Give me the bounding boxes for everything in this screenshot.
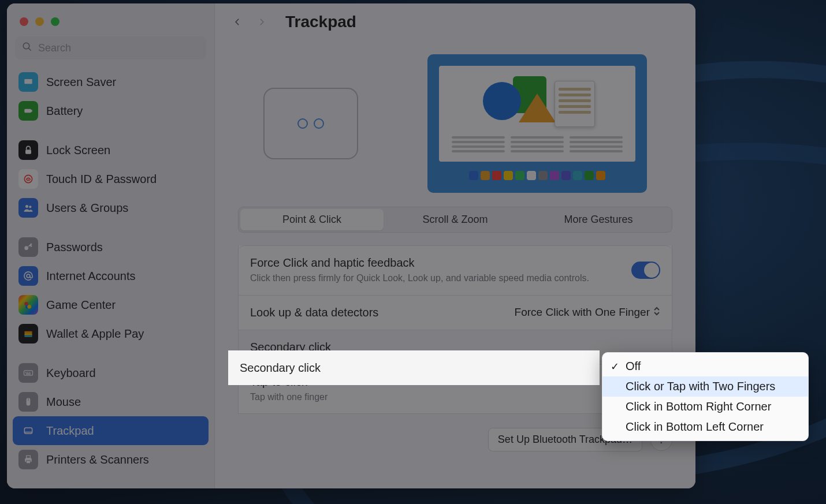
lookup-popup[interactable]: Force Click with One Finger <box>515 306 660 319</box>
trackpad-demo-screen <box>427 54 647 193</box>
svg-point-7 <box>25 205 28 208</box>
svg-point-10 <box>27 274 30 278</box>
at-icon <box>18 266 38 286</box>
sidebar: Screen SaverBatteryLock ScreenTouch ID &… <box>7 3 215 488</box>
search-field[interactable] <box>15 36 206 59</box>
tap-to-click-desc: Tap with one finger <box>250 391 328 404</box>
printer-icon <box>18 450 38 469</box>
tab-scroll-zoom[interactable]: Scroll & Zoom <box>384 209 527 230</box>
sidebar-item-keyboard[interactable]: Keyboard <box>13 359 209 387</box>
back-button[interactable] <box>231 13 244 31</box>
page-title: Trackpad <box>285 13 356 31</box>
force-click-desc: Click then press firmly for Quick Look, … <box>250 272 589 285</box>
users-icon <box>18 198 38 218</box>
sidebar-item-label: Game Center <box>46 298 116 312</box>
svg-rect-29 <box>27 461 31 464</box>
system-settings-window: Screen SaverBatteryLock ScreenTouch ID &… <box>7 3 695 488</box>
secondary-click-menu: ✓OffClick or Tap with Two FingersClick i… <box>602 352 809 441</box>
menu-item-click-or-tap-with-two-fingers[interactable]: Click or Tap with Two Fingers <box>602 376 808 397</box>
svg-rect-15 <box>24 331 32 333</box>
sidebar-item-label: Keyboard <box>46 367 96 380</box>
svg-rect-25 <box>24 428 32 434</box>
tab-more-gestures[interactable]: More Gestures <box>527 209 670 230</box>
sidebar-item-game-center[interactable]: Game Center <box>13 290 209 319</box>
sidebar-item-label: Mouse <box>46 395 81 409</box>
menu-item-off[interactable]: ✓Off <box>602 356 808 376</box>
svg-point-8 <box>29 206 31 208</box>
window-traffic-lights <box>7 12 214 36</box>
settings-tabs: Point & ClickScroll & ZoomMore Gestures <box>238 207 672 233</box>
minimize-window-button[interactable] <box>35 17 44 26</box>
menu-item-click-in-bottom-right-corner[interactable]: Click in Bottom Right Corner <box>602 397 808 417</box>
lookup-label: Look up & data detectors <box>250 306 378 319</box>
sidebar-item-mouse[interactable]: Mouse <box>13 387 209 416</box>
sidebar-item-wallet-apple-pay[interactable]: Wallet & Apple Pay <box>13 319 209 348</box>
svg-line-1 <box>28 48 31 51</box>
svg-rect-4 <box>31 110 32 111</box>
touchid-icon <box>18 169 38 189</box>
chevron-updown-icon <box>653 306 660 319</box>
svg-rect-22 <box>26 374 31 375</box>
key-icon <box>18 237 38 257</box>
screensaver-icon <box>18 72 38 92</box>
svg-rect-20 <box>27 372 28 373</box>
force-click-label: Force Click and haptic feedback <box>250 256 589 270</box>
svg-point-0 <box>23 43 29 49</box>
svg-rect-5 <box>25 150 31 154</box>
svg-point-14 <box>27 305 31 309</box>
sidebar-item-label: Wallet & Apple Pay <box>46 327 144 341</box>
svg-rect-28 <box>27 456 31 458</box>
sidebar-item-label: Users & Groups <box>46 201 128 215</box>
svg-rect-3 <box>24 109 31 113</box>
sidebar-item-printers-scanners[interactable]: Printers & Scanners <box>13 445 209 474</box>
sidebar-item-label: Touch ID & Password <box>46 173 157 186</box>
sidebar-item-battery[interactable]: Battery <box>13 96 209 125</box>
svg-rect-2 <box>24 79 32 84</box>
sidebar-item-label: Printers & Scanners <box>46 453 149 466</box>
menu-item-label: Click or Tap with Two Fingers <box>626 380 775 393</box>
sidebar-item-label: Trackpad <box>46 424 94 438</box>
sidebar-item-label: Battery <box>46 104 83 118</box>
lookup-row: Look up & data detectors Force Click wit… <box>239 295 672 330</box>
close-window-button[interactable] <box>20 17 28 26</box>
gamectr-icon <box>18 295 38 315</box>
sidebar-item-touch-id-password[interactable]: Touch ID & Password <box>13 165 209 193</box>
sidebar-item-internet-accounts[interactable]: Internet Accounts <box>13 262 209 290</box>
menu-item-click-in-bottom-left-corner[interactable]: Click in Bottom Left Corner <box>602 417 808 437</box>
tab-point-click[interactable]: Point & Click <box>240 209 384 230</box>
force-click-toggle[interactable] <box>631 262 660 279</box>
force-click-row: Force Click and haptic feedback Click th… <box>239 245 672 295</box>
sidebar-item-label: Lock Screen <box>46 144 110 157</box>
svg-point-6 <box>24 175 32 182</box>
sidebar-item-label: Passwords <box>46 241 103 254</box>
search-icon <box>22 42 32 54</box>
check-icon: ✓ <box>611 360 619 373</box>
sidebar-item-users-groups[interactable]: Users & Groups <box>13 193 209 222</box>
mouse-icon <box>18 392 38 412</box>
svg-rect-21 <box>29 372 31 373</box>
wallet-icon <box>18 324 38 344</box>
keyboard-icon <box>18 363 38 383</box>
sidebar-item-lock-screen[interactable]: Lock Screen <box>13 136 209 165</box>
sidebar-item-screen-saver[interactable]: Screen Saver <box>13 68 209 96</box>
sidebar-item-label: Screen Saver <box>46 76 116 89</box>
forward-button[interactable] <box>255 13 268 31</box>
sidebar-item-passwords[interactable]: Passwords <box>13 233 209 262</box>
lock-icon <box>18 140 38 160</box>
svg-rect-16 <box>24 333 32 335</box>
svg-rect-17 <box>24 335 32 337</box>
secondary-click-row-highlight: Secondary click <box>228 350 600 385</box>
svg-point-9 <box>24 246 28 250</box>
svg-rect-19 <box>25 372 27 373</box>
menu-item-label: Off <box>626 360 641 373</box>
battery-icon <box>18 101 38 121</box>
trackpad-icon <box>18 421 38 440</box>
zoom-window-button[interactable] <box>51 17 59 26</box>
menu-item-label: Click in Bottom Left Corner <box>626 420 764 434</box>
trackpad-gesture-graphic <box>263 88 358 159</box>
search-input[interactable] <box>38 42 199 54</box>
sidebar-item-label: Internet Accounts <box>46 270 136 283</box>
menu-item-label: Click in Bottom Right Corner <box>626 400 771 413</box>
sidebar-item-trackpad[interactable]: Trackpad <box>13 416 209 445</box>
